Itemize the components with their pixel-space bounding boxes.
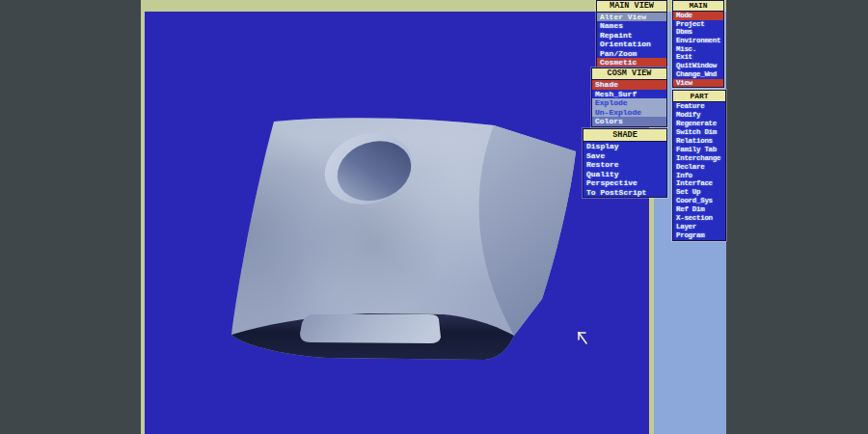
menu-item-mode[interactable]: Mode xyxy=(673,12,723,20)
menu-shade: SHADE Display Save Restore Quality Persp… xyxy=(583,128,667,198)
menu-item-colors[interactable]: Colors xyxy=(592,117,666,126)
menu-item-shade[interactable]: Shade xyxy=(592,80,666,90)
menu-item-coord-sys[interactable]: Coord_Sys xyxy=(673,197,725,205)
menu-item-mesh-surf[interactable]: Mesh_Surf xyxy=(592,90,666,99)
menu-item-restore[interactable]: Restore xyxy=(583,160,666,170)
menu-item-info[interactable]: Info xyxy=(673,172,725,180)
menu-item-quality[interactable]: Quality xyxy=(583,170,666,179)
menu-main-view-header: MAIN VIEW xyxy=(597,1,666,13)
menu-item-environment[interactable]: Environment xyxy=(673,37,723,45)
menu-item-switch-dim[interactable]: Switch Dim xyxy=(673,128,725,137)
menu-item-to-postscript[interactable]: To PostScript xyxy=(583,188,666,198)
menu-main: MAIN Mode Project Dbms Environment Misc.… xyxy=(672,0,724,88)
menu-shade-header: SHADE xyxy=(583,129,666,142)
menu-item-un-explode: Un-Explode xyxy=(592,108,666,118)
menu-item-orientation[interactable]: Orientation xyxy=(597,40,666,48)
menu-item-dbms[interactable]: Dbms xyxy=(673,28,723,37)
menu-part-header: PART xyxy=(673,91,725,102)
menu-item-misc[interactable]: Misc. xyxy=(673,45,723,54)
menu-item-names[interactable]: Names xyxy=(597,21,666,30)
menu-item-cosmetic[interactable]: Cosmetic xyxy=(597,58,666,67)
screen: Pro/ENGINEER TM Release 7.0 (c) 1988-91 … xyxy=(0,0,868,434)
menu-main-view: MAIN VIEW Alter View Names Repaint Orien… xyxy=(596,0,667,77)
menu-cosm-view-header: COSM VIEW xyxy=(592,68,666,80)
menu-item-layer[interactable]: Layer xyxy=(673,223,725,231)
menu-item-perspective[interactable]: Perspective xyxy=(583,178,666,188)
app-window: Pro/ENGINEER TM Release 7.0 (c) 1988-91 … xyxy=(141,0,726,434)
menu-item-view[interactable]: View xyxy=(673,79,723,88)
menu-item-relations[interactable]: Relations xyxy=(673,137,725,146)
cursor-arrow-icon xyxy=(579,333,586,343)
menu-item-family-tab[interactable]: Family Tab xyxy=(673,146,725,154)
model-bottom-tab xyxy=(300,314,441,343)
menu-item-display[interactable]: Display xyxy=(583,142,666,151)
menu-item-modify[interactable]: Modify xyxy=(673,111,725,120)
menu-item-exit[interactable]: Exit xyxy=(673,53,723,62)
menu-item-change-wnd[interactable]: Change_Wnd xyxy=(673,70,723,79)
menu-item-alter-view[interactable]: Alter View xyxy=(597,13,666,21)
menu-item-quitwindow[interactable]: QuitWindow xyxy=(673,62,723,70)
menu-part: PART Feature Modify Regenerate Switch Di… xyxy=(672,90,726,241)
graphics-viewport[interactable] xyxy=(145,12,649,434)
menu-item-save[interactable]: Save xyxy=(583,151,666,161)
menu-item-program[interactable]: Program xyxy=(673,231,725,240)
model-3d xyxy=(145,12,649,434)
menu-item-regenerate[interactable]: Regenerate xyxy=(673,120,725,128)
menu-main-header: MAIN xyxy=(673,1,723,12)
menu-item-repaint[interactable]: Repaint xyxy=(597,31,666,40)
menu-item-feature[interactable]: Feature xyxy=(673,102,725,111)
menu-item-pan-zoom[interactable]: Pan/Zoom xyxy=(597,49,666,58)
menu-item-set-up[interactable]: Set Up xyxy=(673,188,725,197)
menu-item-ref-dim[interactable]: Ref Dim xyxy=(673,205,725,214)
menu-item-interface[interactable]: Interface xyxy=(673,179,725,188)
menu-cosm-view: COSM VIEW Shade Mesh_Surf Explode Un-Exp… xyxy=(591,68,667,127)
menu-item-explode: Explode xyxy=(592,98,666,108)
menu-item-project[interactable]: Project xyxy=(673,20,723,29)
menu-item-interchange[interactable]: Interchange xyxy=(673,154,725,163)
menu-item-declare[interactable]: Declare xyxy=(673,163,725,172)
menu-item-x-section[interactable]: X-section xyxy=(673,214,725,223)
